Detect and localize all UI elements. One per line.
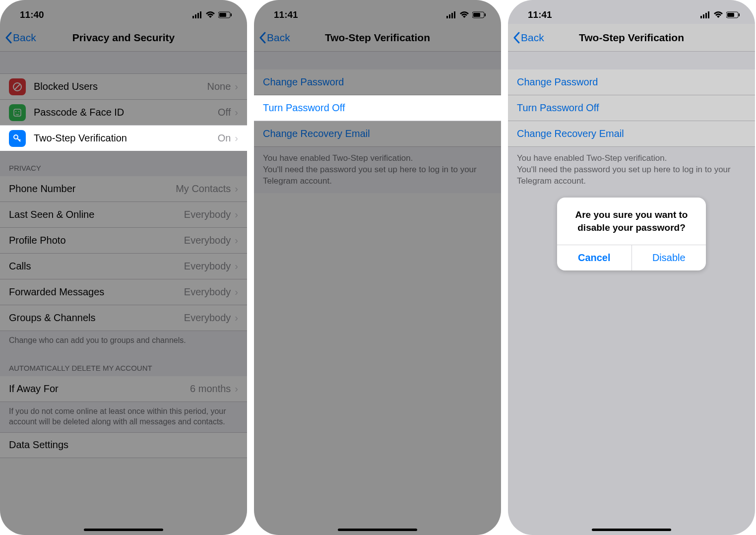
svg-rect-1 [195,14,196,18]
status-bar: 11:41 [254,0,501,24]
row-label: Phone Number [9,183,176,195]
section-header-delete: Automatically delete my account [0,351,247,376]
row-label: Last Seen & Online [9,209,184,220]
chevron-left-icon [513,32,520,44]
svg-point-10 [15,111,16,112]
svg-rect-2 [197,13,199,18]
chevron-right-icon: › [235,235,238,246]
row-blocked-users[interactable]: Blocked Users None › [0,73,247,99]
battery-icon [218,11,232,18]
cellular-icon [446,11,456,18]
row-data-settings[interactable]: Data Settings [0,432,247,458]
wifi-icon [459,11,469,18]
svg-line-14 [19,139,20,140]
row-turn-password-off[interactable]: Turn Password Off [254,95,501,121]
svg-rect-27 [727,13,734,17]
row-label: Passcode & Face ID [34,107,218,118]
spacer [508,52,755,69]
status-time: 11:40 [20,9,44,20]
svg-rect-22 [700,16,702,18]
wifi-icon [205,11,215,18]
alert-dialog: Are you sure you want to disable your pa… [557,198,706,270]
back-button[interactable]: Back [0,32,36,44]
cellular-icon [192,11,202,18]
back-button[interactable]: Back [254,32,290,44]
chevron-right-icon: › [235,383,238,395]
cancel-button[interactable]: Cancel [557,245,631,270]
cellular-icon [700,11,710,18]
row-calls[interactable]: Calls Everybody › [0,254,247,279]
page-title: Privacy and Security [0,32,247,44]
page-title: Two-Step Verification [508,32,755,44]
disable-button[interactable]: Disable [631,245,706,270]
row-forwarded-messages[interactable]: Forwarded Messages Everybody › [0,279,247,305]
row-label: If Away For [9,383,190,395]
row-label: Data Settings [9,439,238,451]
back-label: Back [267,32,290,44]
row-value: My Contacts [176,183,231,195]
section-header-privacy: Privacy [0,151,247,176]
row-value: On [218,133,231,144]
nav-bar: Back Privacy and Security [0,24,247,52]
row-label: Calls [9,261,184,272]
chevron-right-icon: › [235,286,238,298]
svg-rect-24 [705,13,707,18]
battery-icon [472,11,486,18]
row-change-password[interactable]: Change Password [254,69,501,95]
status-indicators [446,11,486,18]
svg-rect-17 [451,13,453,18]
row-change-recovery-email[interactable]: Change Recovery Email [254,121,501,147]
svg-rect-25 [708,11,709,18]
blocked-icon [9,78,26,95]
status-indicators [192,11,232,18]
privacy-footer: Change who can add you to groups and cha… [0,331,247,351]
alert-button-row: Cancel Disable [557,245,706,270]
svg-rect-21 [485,13,486,16]
battery-icon [726,11,740,18]
home-indicator[interactable] [84,529,163,531]
svg-rect-6 [231,13,232,16]
svg-rect-20 [473,13,480,17]
screen-privacy-security: 11:40 Back Privacy and Security Blocked … [0,0,247,535]
row-change-recovery-email[interactable]: Change Recovery Email [508,121,755,147]
home-indicator[interactable] [592,529,671,531]
row-profile-photo[interactable]: Profile Photo Everybody › [0,228,247,254]
nav-bar: Back Two-Step Verification [508,24,755,52]
row-two-step-verification[interactable]: Two-Step Verification On › [0,125,247,151]
svg-point-12 [14,135,18,139]
svg-rect-9 [14,109,21,116]
row-groups-channels[interactable]: Groups & Channels Everybody › [0,305,247,331]
back-button[interactable]: Back [508,32,544,44]
row-last-seen[interactable]: Last Seen & Online Everybody › [0,202,247,228]
alert-title: Are you sure you want to disable your pa… [557,198,706,245]
row-value: None [207,81,231,92]
row-change-password[interactable]: Change Password [508,69,755,95]
chevron-right-icon: › [235,81,238,92]
svg-rect-28 [739,13,740,16]
delete-footer: If you do not come online at least once … [0,402,247,432]
row-value: Off [218,107,231,118]
status-indicators [700,11,740,18]
status-bar: 11:41 [508,0,755,24]
row-label: Blocked Users [34,81,207,92]
nav-bar: Back Two-Step Verification [254,24,501,52]
row-if-away-for[interactable]: If Away For 6 months › [0,376,247,402]
row-label: Two-Step Verification [34,133,218,144]
row-value: Everybody [184,286,231,298]
row-turn-password-off[interactable]: Turn Password Off [508,95,755,121]
svg-rect-23 [703,14,704,18]
info-footer: You have enabled Two-Step verification. … [254,147,501,193]
row-label: Groups & Channels [9,312,184,324]
back-label: Back [521,32,544,44]
row-value: Everybody [184,235,231,246]
chevron-left-icon [5,32,12,44]
back-label: Back [13,32,36,44]
row-phone-number[interactable]: Phone Number My Contacts › [0,176,247,202]
home-indicator[interactable] [338,529,417,531]
row-passcode-faceid[interactable]: Passcode & Face ID Off › [0,99,247,125]
svg-rect-0 [192,16,194,18]
chevron-right-icon: › [235,261,238,272]
svg-rect-3 [200,11,201,18]
row-value: Everybody [184,261,231,272]
passcode-icon [9,104,26,121]
